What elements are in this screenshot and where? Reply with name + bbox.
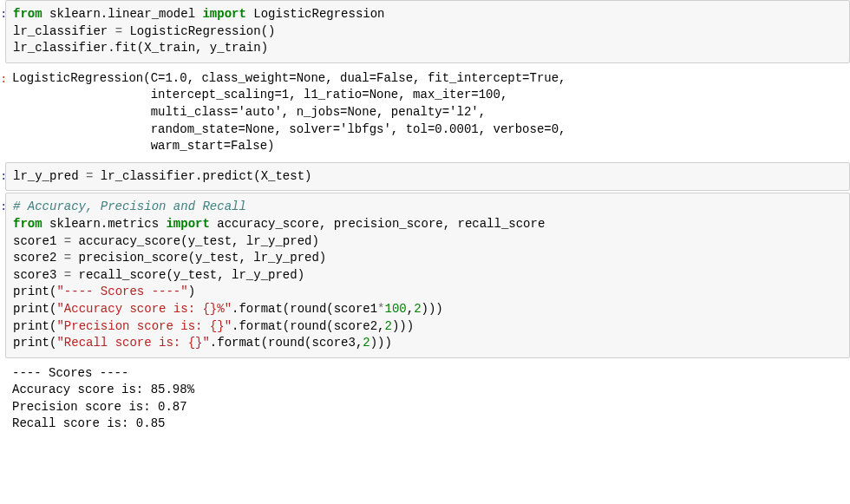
code-text: print(: [13, 302, 56, 316]
stdout-text: ---- Scores ---- Accuracy score is: 85.9…: [5, 360, 850, 438]
code-text: print(: [13, 319, 56, 333]
string-literal: "Precision score is: {}": [56, 319, 232, 333]
code-text: lr_classifier.fit(X_train, y_train): [13, 41, 268, 55]
keyword-from: from: [13, 7, 42, 21]
code-input[interactable]: # Accuracy, Precision and Recall from sk…: [5, 193, 850, 357]
code-text: ))): [422, 302, 443, 316]
number-literal: 2: [385, 319, 392, 333]
code-text: .format(round(score1: [232, 302, 377, 316]
number-literal: 100: [385, 302, 407, 316]
string-literal: "Recall score is: {}": [56, 336, 209, 350]
code-cell-3: : # Accuracy, Precision and Recall from …: [0, 193, 850, 357]
string-literal: "---- Scores ----": [56, 285, 187, 298]
code-text: ,: [407, 302, 414, 316]
code-text: LogisticRegression: [246, 7, 385, 21]
code-text: score3: [13, 268, 64, 282]
code-text: precision_score(y_test, lr_y_pred): [71, 251, 326, 265]
code-text: lr_classifier.predict(X_test): [93, 169, 311, 183]
operator: =: [64, 251, 71, 265]
code-text: score1: [13, 234, 64, 248]
output-cell-1: : LogisticRegression(C=1.0, class_weight…: [0, 65, 850, 160]
code-text: ): [188, 285, 195, 298]
number-literal: 2: [363, 336, 369, 350]
code-cell-2: : lr_y_pred = lr_classifier.predict(X_te…: [0, 162, 850, 192]
code-text: LogisticRegression(): [122, 24, 275, 38]
code-input[interactable]: from sklearn.linear_model import Logisti…: [5, 0, 850, 63]
comment: # Accuracy, Precision and Recall: [13, 200, 246, 213]
code-text: recall_score(y_test, lr_y_pred): [71, 268, 304, 282]
code-text: print(: [13, 336, 56, 350]
code-text: accuracy_score, precision_score, recall_…: [210, 217, 545, 231]
keyword-from: from: [13, 217, 42, 231]
code-text: lr_classifier: [13, 24, 115, 38]
code-text: .format(round(score3,: [210, 336, 363, 350]
operator: =: [115, 24, 122, 38]
output-text: LogisticRegression(C=1.0, class_weight=N…: [5, 65, 850, 160]
code-text: ))): [392, 319, 414, 333]
code-text: score2: [13, 251, 64, 265]
code-cell-1: : from sklearn.linear_model import Logis…: [0, 0, 850, 63]
code-text: ))): [370, 336, 392, 350]
output-cell-2: ---- Scores ---- Accuracy score is: 85.9…: [0, 360, 850, 438]
string-literal: "Accuracy score is: {}%": [56, 302, 232, 316]
number-literal: 2: [414, 302, 421, 316]
code-input[interactable]: lr_y_pred = lr_classifier.predict(X_test…: [5, 162, 850, 192]
code-text: print(: [13, 285, 56, 298]
code-text: .format(round(score2,: [232, 319, 384, 333]
code-text: lr_y_pred: [13, 169, 86, 183]
code-text: sklearn.metrics: [42, 217, 167, 231]
keyword-import: import: [166, 217, 209, 231]
keyword-import: import: [202, 7, 245, 21]
operator: =: [64, 234, 71, 248]
operator: *: [377, 302, 384, 316]
code-text: accuracy_score(y_test, lr_y_pred): [71, 234, 319, 248]
code-text: sklearn.linear_model: [42, 7, 203, 21]
operator: =: [64, 268, 71, 282]
